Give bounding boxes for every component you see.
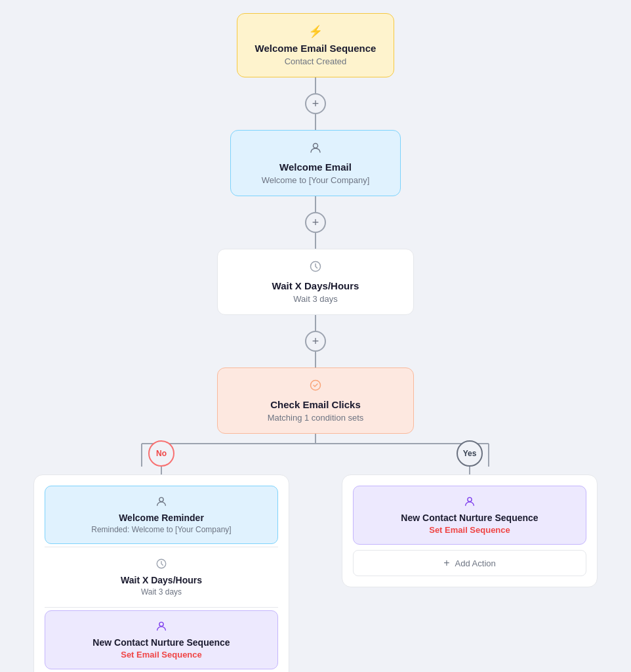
connector-3	[315, 196, 316, 212]
svg-point-10	[468, 497, 472, 501]
branch-no-label: No	[148, 440, 174, 467]
trigger-icon: ⚡	[251, 24, 380, 39]
branch-no-email-title: Welcome Reminder	[56, 513, 267, 523]
plus-icon-yes: +	[443, 557, 449, 569]
trigger-title: Welcome Email Sequence	[251, 43, 380, 54]
add-btn-2[interactable]: +	[305, 212, 326, 233]
divider-1	[45, 547, 278, 547]
add-btn-1[interactable]: +	[305, 93, 326, 114]
branch-no-wait-icon	[155, 558, 167, 572]
branch-row: No Welcome Reminder Reminded: Welcome to…	[0, 434, 631, 672]
branch-yes-seq-title: New Contact Nurture Sequence	[364, 513, 575, 523]
branch-no-sequence-node[interactable]: New Contact Nurture Sequence Set Email S…	[45, 610, 278, 669]
divider-2	[45, 607, 278, 608]
wait-title: Wait X Days/Hours	[231, 280, 400, 291]
connector-1	[315, 77, 316, 93]
email-subtitle: Welcome to [Your Company]	[244, 175, 387, 185]
branch-no-container: Welcome Reminder Reminded: Welcome to [Y…	[33, 474, 289, 672]
wait-node[interactable]: Wait X Days/Hours Wait 3 days	[217, 249, 414, 315]
branch-yes-add-action-label: Add Action	[455, 558, 496, 568]
add-btn-3[interactable]: +	[305, 331, 326, 352]
branch-yes-seq-link[interactable]: Set Email Sequence	[364, 525, 575, 535]
branch-yes-add-action-btn[interactable]: + Add Action	[353, 550, 586, 576]
condition-subtitle: Matching 1 condition sets	[231, 413, 400, 423]
branch-yes-container: New Contact Nurture Sequence Set Email S…	[342, 474, 598, 587]
email-icon	[244, 141, 387, 158]
email-title: Welcome Email	[244, 161, 387, 173]
condition-title: Check Email Clicks	[231, 399, 400, 410]
email-node[interactable]: Welcome Email Welcome to [Your Company]	[230, 130, 401, 196]
svg-point-9	[159, 622, 163, 626]
connector-4	[315, 233, 316, 249]
wait-subtitle: Wait 3 days	[231, 294, 400, 304]
branch-no: No Welcome Reminder Reminded: Welcome to…	[27, 434, 296, 672]
branch-no-email-icon	[56, 495, 267, 510]
branch-no-email-subtitle: Reminded: Welcome to [Your Company]	[56, 525, 267, 534]
connector-6	[315, 352, 316, 368]
svg-point-0	[314, 144, 318, 148]
branch-yes-sequence-node[interactable]: New Contact Nurture Sequence Set Email S…	[353, 486, 586, 545]
connector-2	[315, 114, 316, 130]
trigger-subtitle: Contact Created	[251, 56, 380, 66]
branch-no-wait-subtitle: Wait 3 days	[141, 587, 182, 597]
condition-node[interactable]: Check Email Clicks Matching 1 condition …	[217, 368, 414, 434]
branch-no-email-node[interactable]: Welcome Reminder Reminded: Welcome to [Y…	[45, 486, 278, 544]
workflow-canvas: ⚡ Welcome Email Sequence Contact Created…	[0, 0, 631, 672]
condition-icon	[231, 379, 400, 395]
wait-icon	[231, 260, 400, 276]
branch-no-connector	[161, 467, 162, 474]
connector-5	[315, 315, 316, 331]
branch-yes-connector	[469, 467, 470, 474]
trigger-node[interactable]: ⚡ Welcome Email Sequence Contact Created	[237, 13, 394, 77]
branch-no-seq-title: New Contact Nurture Sequence	[56, 637, 267, 648]
branch-no-sequence-icon	[56, 620, 267, 635]
svg-point-7	[159, 497, 163, 501]
branch-yes: Yes New Contact Nurture Sequence Set Ema…	[335, 434, 604, 587]
branch-yes-sequence-icon	[364, 495, 575, 510]
branch-yes-label: Yes	[457, 440, 483, 467]
branch-no-seq-link[interactable]: Set Email Sequence	[56, 650, 267, 660]
branch-no-wait-title: Wait X Days/Hours	[121, 575, 202, 585]
branch-no-wait-node[interactable]: Wait X Days/Hours Wait 3 days	[45, 550, 278, 604]
